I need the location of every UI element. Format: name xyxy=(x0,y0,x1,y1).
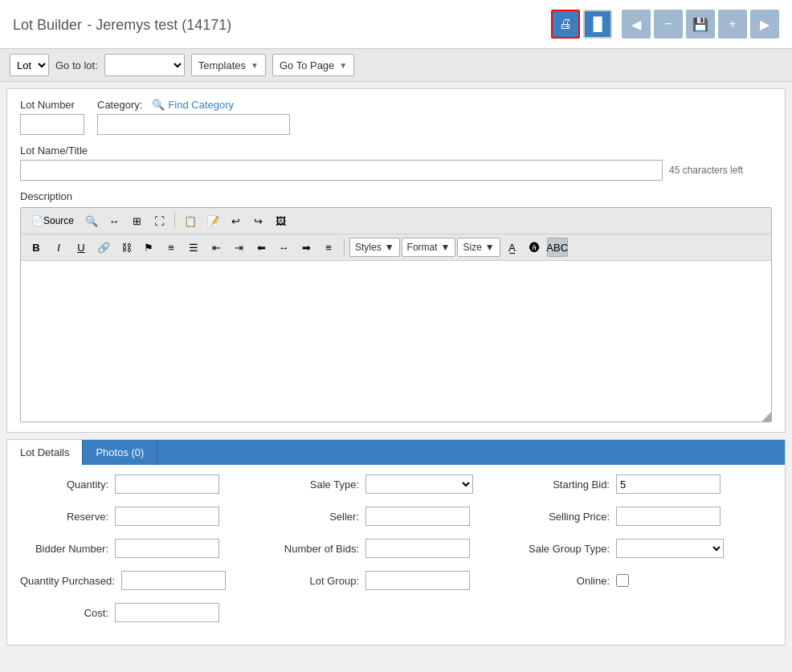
link-btn[interactable]: 🔗 xyxy=(93,238,114,257)
sale-group-type-label: Sale Group Type: xyxy=(521,543,610,555)
starting-bid-input[interactable] xyxy=(616,474,721,494)
select-all-btn[interactable]: ⊞ xyxy=(126,211,147,230)
ol-btn[interactable]: ≡ xyxy=(161,238,182,257)
paste-btn[interactable]: 📋 xyxy=(180,211,201,230)
underline-btn[interactable]: U xyxy=(71,238,92,257)
lot-name-input[interactable] xyxy=(20,160,663,181)
image-btn[interactable]: 🖼 xyxy=(270,211,291,230)
seller-row: Seller: xyxy=(271,507,521,526)
paste-icon: 📋 xyxy=(184,215,197,227)
indent-decrease-btn[interactable]: ⇤ xyxy=(206,238,227,257)
lot-number-group: Lot Number xyxy=(20,99,84,135)
reserve-row: Reserve: xyxy=(20,507,271,526)
bold-btn[interactable]: B xyxy=(26,238,47,257)
cost-label: Cost: xyxy=(20,607,108,619)
lot-details-section: Lot Details Photos (0) Quantity: Sale Ty… xyxy=(6,439,786,646)
category-input[interactable] xyxy=(97,114,290,135)
category-group: Category: 🔍 Find Category xyxy=(97,99,290,135)
indent-increase-btn[interactable]: ⇥ xyxy=(228,238,249,257)
font-color-icon: A̲ xyxy=(508,242,516,254)
italic-btn[interactable]: I xyxy=(48,238,69,257)
selling-price-input[interactable] xyxy=(616,507,721,526)
quantity-purchased-input[interactable] xyxy=(121,571,226,590)
ol-icon: ≡ xyxy=(168,242,174,254)
replace-btn[interactable]: ↔ xyxy=(104,211,125,230)
prev-button[interactable]: ◀ xyxy=(622,10,651,39)
save-button[interactable]: 💾 xyxy=(686,10,715,39)
lot-group-input[interactable] xyxy=(365,571,470,590)
align-center-btn[interactable]: ↔ xyxy=(273,238,294,257)
sale-type-select[interactable]: Fixed Price Auction Buy Now xyxy=(365,474,473,494)
header-actions: 🖨 ▐▌ ◀ − 💾 + ▶ xyxy=(551,10,779,39)
seller-input[interactable] xyxy=(365,507,470,526)
flag-btn[interactable]: ⚑ xyxy=(138,238,159,257)
paste-text-btn[interactable]: 📝 xyxy=(202,211,223,230)
cost-input[interactable] xyxy=(115,603,219,622)
size-dropdown[interactable]: Size ▼ xyxy=(457,238,500,257)
sale-type-label: Sale Type: xyxy=(271,479,359,491)
category-label: Category: xyxy=(97,99,142,111)
sale-group-type-select[interactable] xyxy=(616,539,724,558)
minus-button[interactable]: − xyxy=(654,10,683,39)
details-body: Quantity: Sale Type: Fixed Price Auction… xyxy=(7,465,785,645)
justify-icon: ≡ xyxy=(325,242,332,254)
redo-btn[interactable]: ↪ xyxy=(247,211,268,230)
templates-label: Templates xyxy=(198,59,246,71)
undo-btn[interactable]: ↩ xyxy=(225,211,246,230)
detail-row-3: Bidder Number: Number of Bids: Sale Grou… xyxy=(20,539,772,564)
styles-dropdown[interactable]: Styles ▼ xyxy=(349,238,400,257)
spellcheck-btn[interactable]: ABC xyxy=(547,238,568,257)
editor-resize-handle[interactable] xyxy=(761,412,771,422)
unlink-icon: ⛓ xyxy=(121,242,132,254)
justify-btn[interactable]: ≡ xyxy=(318,238,339,257)
find-category-btn[interactable]: 🔍 Find Category xyxy=(152,99,234,111)
align-left-btn[interactable]: ⬅ xyxy=(251,238,271,257)
tab-lot-details[interactable]: Lot Details xyxy=(7,440,83,465)
lot-number-input[interactable] xyxy=(20,114,84,135)
lot-number-category-row: Lot Number Category: 🔍 Find Category xyxy=(20,99,772,135)
starting-bid-row: Starting Bid: xyxy=(521,474,772,494)
lot-name-input-wrap: 45 characters left xyxy=(20,160,772,181)
indent-decrease-icon: ⇤ xyxy=(212,242,221,254)
size-label: Size xyxy=(463,242,481,253)
seller-label: Seller: xyxy=(271,511,359,523)
fullscreen-btn[interactable]: ⛶ xyxy=(149,211,169,230)
print-button[interactable]: 🖨 xyxy=(551,10,580,39)
font-color-btn[interactable]: A̲ xyxy=(502,238,523,257)
source-btn[interactable]: 📄 Source xyxy=(26,211,80,230)
detail-row-4: Quantity Purchased: Lot Group: Online: xyxy=(20,571,772,597)
plus-button[interactable]: + xyxy=(718,10,747,39)
bg-color-btn[interactable]: 🅐 xyxy=(525,238,545,257)
tab-photos[interactable]: Photos (0) xyxy=(83,440,157,465)
find-icon: 🔍 xyxy=(85,215,98,227)
goto-lot-select[interactable] xyxy=(104,54,185,76)
ul-btn[interactable]: ☰ xyxy=(183,238,204,257)
bidder-number-input[interactable] xyxy=(115,539,219,558)
quantity-input[interactable] xyxy=(115,474,219,494)
goto-page-arrow-icon: ▼ xyxy=(339,61,347,70)
header: Lot Builder - Jeremys test (14171) 🖨 ▐▌ … xyxy=(0,0,792,49)
lot-group-label: Lot Group: xyxy=(271,575,359,587)
page-title: Lot Builder - Jeremys test (14171) xyxy=(13,14,231,35)
title-main: Lot Builder xyxy=(13,17,82,33)
lot-select[interactable]: Lot xyxy=(10,54,49,76)
reserve-label: Reserve: xyxy=(20,511,108,523)
templates-arrow-icon: ▼ xyxy=(251,61,259,70)
find-btn[interactable]: 🔍 xyxy=(81,211,102,230)
goto-page-dropdown[interactable]: Go To Page ▼ xyxy=(272,54,354,76)
number-of-bids-label: Number of Bids: xyxy=(271,543,359,555)
next-button[interactable]: ▶ xyxy=(750,10,779,39)
templates-dropdown[interactable]: Templates ▼ xyxy=(191,54,266,76)
online-checkbox[interactable] xyxy=(616,574,629,587)
number-of-bids-input[interactable] xyxy=(365,539,470,558)
barcode-button[interactable]: ▐▌ xyxy=(583,10,612,39)
online-row: Online: xyxy=(521,571,772,590)
editor-body[interactable] xyxy=(21,261,771,422)
align-right-btn[interactable]: ➡ xyxy=(296,238,316,257)
image-icon: 🖼 xyxy=(276,215,286,227)
online-label: Online: xyxy=(521,575,610,587)
reserve-input[interactable] xyxy=(115,507,219,526)
format-dropdown[interactable]: Format ▼ xyxy=(402,238,456,257)
unlink-btn[interactable]: ⛓ xyxy=(116,238,137,257)
align-left-icon: ⬅ xyxy=(257,242,266,254)
